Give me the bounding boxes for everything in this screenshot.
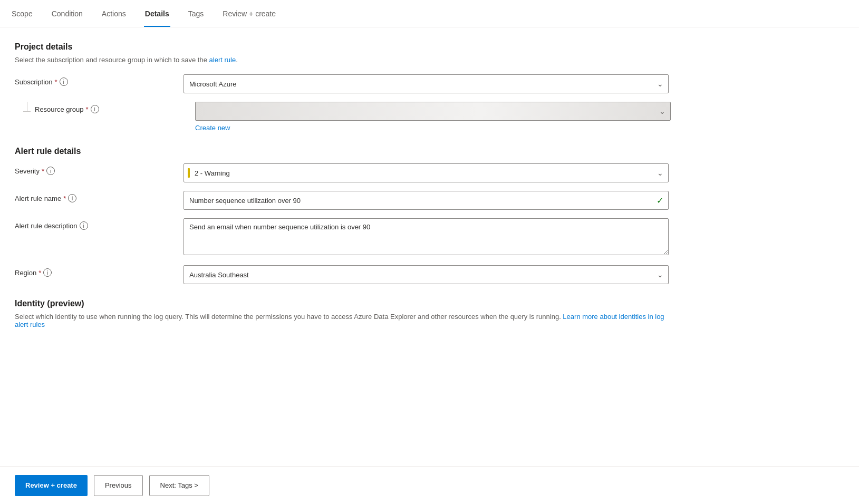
- severity-row: Severity * i 2 - Warning ⌄: [15, 163, 671, 182]
- subscription-info-icon[interactable]: i: [60, 77, 68, 86]
- create-new-link[interactable]: Create new: [195, 124, 230, 132]
- severity-info-icon[interactable]: i: [46, 167, 55, 175]
- alert-rule-name-label: Alert rule name: [15, 195, 61, 202]
- alert-rule-details-section: Alert rule details Severity * i 2 - Warn…: [15, 147, 671, 284]
- alert-rule-name-check-icon: ✓: [657, 196, 663, 206]
- project-details-title: Project details: [15, 42, 671, 52]
- alert-rule-description-textarea-wrapper: Send an email when number sequence utili…: [184, 218, 669, 257]
- resource-group-blurred: [195, 102, 671, 121]
- alert-rule-description-label: Alert rule description: [15, 222, 78, 230]
- severity-required: *: [42, 167, 44, 175]
- subscription-label-col: Subscription * i: [15, 74, 184, 86]
- severity-label: Severity: [15, 167, 40, 175]
- region-required: *: [38, 269, 41, 277]
- alert-rule-name-input-wrapper: ✓: [184, 191, 669, 210]
- resource-group-select-wrapper: ⌄: [195, 102, 671, 121]
- alert-rule-link[interactable]: alert rule: [209, 56, 236, 64]
- identity-description: Select which identity to use when runnin…: [15, 313, 671, 328]
- subscription-select[interactable]: Microsoft Azure: [184, 74, 669, 93]
- tab-condition[interactable]: Condition: [51, 0, 84, 27]
- footer-bar: Review + create Previous Next: Tags >: [0, 466, 859, 504]
- region-label: Region: [15, 269, 36, 277]
- subscription-required: *: [55, 78, 57, 86]
- alert-rule-name-label-col: Alert rule name * i: [15, 191, 184, 202]
- alert-rule-name-row: Alert rule name * i ✓: [15, 191, 671, 210]
- resource-group-label: Resource group: [35, 105, 84, 113]
- resource-group-info-icon[interactable]: i: [91, 105, 99, 113]
- alert-rule-name-control: ✓: [184, 191, 671, 210]
- tab-details[interactable]: Details: [144, 0, 170, 27]
- region-control: Australia Southeast ⌄: [184, 265, 671, 284]
- previous-button[interactable]: Previous: [94, 475, 143, 496]
- alert-rule-name-info-icon[interactable]: i: [68, 194, 76, 202]
- subscription-select-wrapper: Microsoft Azure ⌄: [184, 74, 669, 93]
- main-content: Project details Select the subscription …: [0, 27, 686, 396]
- identity-title: Identity (preview): [15, 299, 671, 308]
- resource-group-control: ⌄ Create new: [195, 102, 671, 132]
- resource-group-required: *: [86, 105, 89, 113]
- tab-actions[interactable]: Actions: [101, 0, 127, 27]
- severity-control: 2 - Warning ⌄: [184, 163, 671, 182]
- alert-rule-details-title: Alert rule details: [15, 147, 671, 156]
- tab-scope[interactable]: Scope: [11, 0, 34, 27]
- subscription-label: Subscription: [15, 78, 53, 86]
- alert-rule-description-info-icon[interactable]: i: [80, 221, 88, 230]
- tab-review-create[interactable]: Review + create: [221, 0, 277, 27]
- region-row: Region * i Australia Southeast ⌄: [15, 265, 671, 284]
- tab-navigation: Scope Condition Actions Details Tags Rev…: [0, 0, 859, 27]
- project-details-section: Project details Select the subscription …: [15, 42, 671, 132]
- subscription-control: Microsoft Azure ⌄: [184, 74, 671, 93]
- alert-rule-description-control: Send an email when number sequence utili…: [184, 218, 671, 257]
- severity-label-col: Severity * i: [15, 163, 184, 175]
- alert-rule-description-row: Alert rule description i Send an email w…: [15, 218, 671, 257]
- alert-rule-name-required: *: [63, 195, 66, 202]
- alert-rule-description-label-col: Alert rule description i: [15, 218, 184, 230]
- subscription-row: Subscription * i Microsoft Azure ⌄: [15, 74, 671, 93]
- region-label-col: Region * i: [15, 265, 184, 277]
- review-create-button[interactable]: Review + create: [15, 475, 88, 496]
- identity-section: Identity (preview) Select which identity…: [15, 299, 671, 328]
- alert-rule-description-textarea[interactable]: Send an email when number sequence utili…: [184, 218, 669, 255]
- region-select-wrapper: Australia Southeast ⌄: [184, 265, 669, 284]
- resource-group-row: Resource group * i ⌄ Create new: [15, 102, 671, 132]
- region-info-icon[interactable]: i: [43, 268, 52, 277]
- alert-rule-name-input[interactable]: [184, 191, 669, 210]
- project-details-description: Select the subscription and resource gro…: [15, 56, 671, 64]
- tab-tags[interactable]: Tags: [187, 0, 205, 27]
- region-select[interactable]: Australia Southeast: [184, 265, 669, 284]
- severity-select[interactable]: 2 - Warning: [184, 163, 669, 182]
- severity-select-wrapper: 2 - Warning ⌄: [184, 163, 669, 182]
- next-tags-button[interactable]: Next: Tags >: [149, 475, 209, 496]
- resource-group-label-col: Resource group * i: [35, 102, 195, 113]
